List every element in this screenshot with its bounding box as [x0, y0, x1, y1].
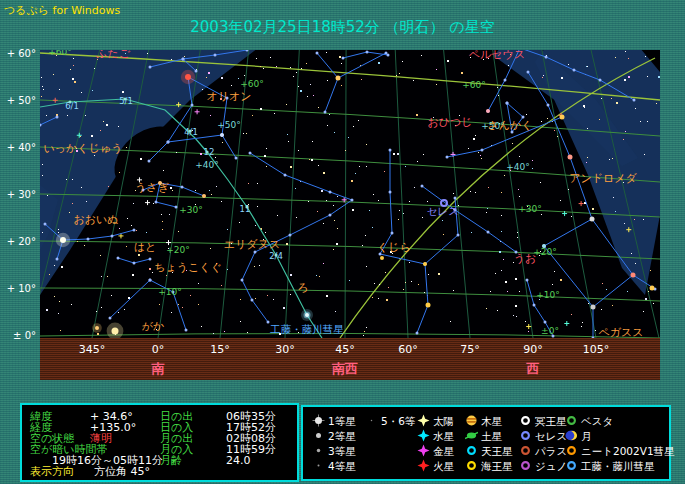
legend-label: セレス [535, 430, 567, 442]
grid-coordinate-label: +60° [240, 79, 264, 89]
1等星-icon [312, 414, 325, 427]
altitude-margin-label: + 10° [2, 283, 36, 294]
grid-coordinate-label: +20° [166, 245, 190, 255]
comet-marker [305, 313, 309, 317]
constellation-label: いっかくじゅう [44, 142, 123, 155]
legend-entry-ニート2002V1彗星: ニート2002V1彗星 [565, 444, 675, 457]
constellation-label: はと [134, 241, 157, 254]
パラス-icon [519, 444, 532, 457]
legend-label: ベスタ [581, 415, 613, 427]
grid-coordinate-label: +40° [195, 160, 219, 170]
legend-label: 3等星 [328, 445, 356, 457]
海王星-icon [465, 459, 478, 472]
planetarium-window: { "app": { "name": "つるぷら for Windows" },… [0, 0, 685, 484]
土星-icon [465, 429, 478, 442]
legend-entry-土星: 土星 [465, 429, 502, 442]
legend-label: パラス [535, 445, 567, 457]
水星-icon [417, 429, 430, 442]
木星-icon [465, 414, 478, 427]
5・6等-icon [365, 414, 378, 427]
legend-label: 木星 [481, 415, 502, 427]
legend-label: 1等星 [328, 415, 356, 427]
2等星-icon [312, 429, 325, 442]
azimuth-label: 90° [523, 343, 543, 356]
legend-label: 土星 [481, 430, 502, 442]
bright-star [220, 133, 224, 137]
altitude-margin-label: + 20° [2, 236, 36, 247]
chart-title: 2003年02月25日18時52分 （明石） の星空 [0, 18, 685, 37]
comet-date-label: 11 [240, 204, 251, 214]
direction-label: 南 [152, 360, 165, 378]
legend-label: 金星 [433, 445, 454, 457]
legend-label: 海王星 [481, 460, 513, 472]
constellation-label: エリダヌス [224, 238, 280, 251]
legend-label: 5・6等 [381, 415, 415, 427]
grid-coordinate-label: +10° [536, 290, 560, 300]
app-title: つるぷら for Windows [4, 3, 120, 18]
bright-star [590, 217, 595, 222]
azimuth-label: 15° [210, 343, 230, 356]
legend-entry-5・6等: 5・6等 [365, 414, 415, 427]
bright-star [95, 326, 99, 330]
legend-label: ニート2002V1彗星 [581, 445, 675, 457]
comet-date-label: 4/1 [184, 127, 198, 137]
bright-star [185, 74, 191, 80]
comet-date-label: 2/4 [269, 251, 283, 261]
bright-star [380, 256, 384, 260]
grid-coordinate-label: +60° [48, 50, 72, 57]
grid-coordinate-label: +40° [506, 162, 530, 172]
bright-star [486, 109, 490, 113]
azimuth-label: 105° [583, 343, 610, 356]
太陽-icon [417, 414, 430, 427]
火星-icon [417, 459, 430, 472]
legend-label: 工藤・藤川彗星 [581, 460, 655, 472]
grid-coordinate-label: +20° [533, 247, 557, 257]
azimuth-label: 30° [275, 343, 295, 356]
sky-chart-canvas[interactable]: +60°+60°+50°+40°+30°+20°+10°+60°+50°+40°… [40, 50, 660, 338]
legend-entry-工藤・藤川彗星: 工藤・藤川彗星 [565, 459, 655, 472]
azimuth-label: 45° [335, 343, 355, 356]
legend-entry-セレス: セレス [519, 429, 567, 442]
legend-entry-火星: 火星 [417, 459, 454, 472]
grid-coordinate-label: ±0° [541, 326, 559, 336]
object-label: セレス [427, 205, 459, 217]
legend-entry-4等星: 4等星 [312, 459, 356, 472]
constellation-label: アンドロメダ [569, 172, 637, 185]
legend-entry-3等星: 3等星 [312, 444, 356, 457]
legend-entry-木星: 木星 [465, 414, 502, 427]
bright-star [650, 286, 655, 291]
legend-entry-月: 月 [565, 429, 592, 442]
ベスタ-icon [565, 414, 578, 427]
grid-coordinate-label: +50° [217, 120, 241, 130]
bright-star [423, 262, 427, 266]
constellation-label: ちょうこくぐ [154, 261, 222, 274]
legend-label: 冥王星 [535, 415, 567, 427]
constellation-label: ふたご [96, 50, 131, 60]
legend-label: 火星 [433, 460, 454, 472]
legend-label: 4等星 [328, 460, 356, 472]
grid-coordinate-label: +10° [158, 287, 182, 297]
object-label: 工藤・藤川彗星 [269, 323, 344, 335]
legend-label: 水星 [433, 430, 454, 442]
horizon-band: 345°0°15°30°45°60°75°90°105°南南西西 [40, 338, 660, 380]
3等星-icon [312, 444, 325, 457]
bright-star [112, 328, 119, 335]
direction-label: 西 [527, 360, 540, 378]
altitude-margin-label: + 30° [2, 189, 36, 200]
constellation-label: くじら [377, 241, 411, 254]
constellation-label: ペルセウス [469, 50, 525, 61]
bright-star [60, 237, 66, 243]
天王星-icon [465, 444, 478, 457]
4等星-icon [312, 459, 325, 472]
info-item: 24.0 [226, 455, 251, 466]
legend-entry-1等星: 1等星 [312, 414, 356, 427]
bright-star [560, 115, 565, 120]
legend-entry-海王星: 海王星 [465, 459, 513, 472]
altitude-margin-label: + 60° [2, 48, 36, 59]
constellation-label: さんかく [487, 119, 532, 132]
info-item: 表示方向 [30, 466, 74, 477]
constellation-label: ペガスス [598, 326, 643, 339]
legend-entry-金星: 金星 [417, 444, 454, 457]
constellation-label: うさぎ [135, 181, 169, 194]
azimuth-label: 60° [398, 343, 418, 356]
